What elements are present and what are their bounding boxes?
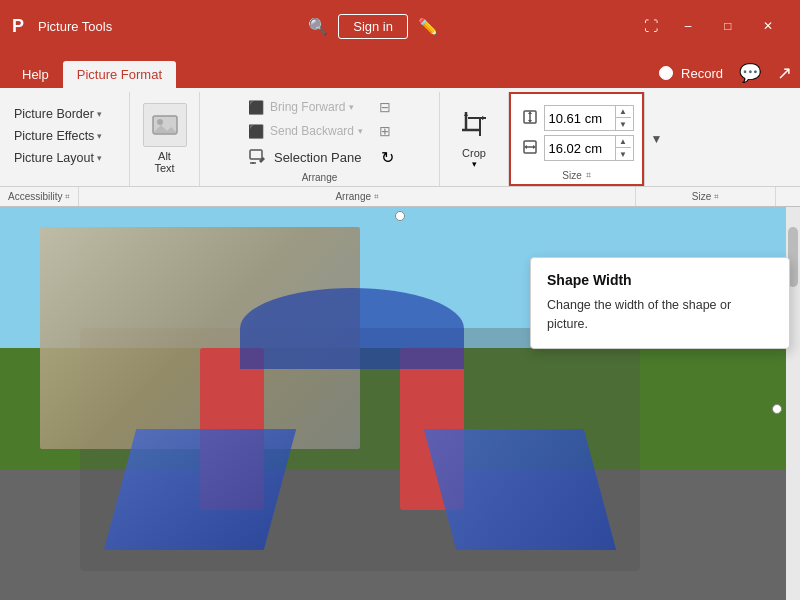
sign-in-button[interactable]: Sign in (338, 14, 408, 39)
picture-border-caret: ▾ (97, 109, 102, 119)
svg-rect-3 (250, 150, 262, 159)
ribbon-content: Picture Border ▾ Picture Effects ▾ Pictu… (0, 88, 800, 187)
picture-layout-caret: ▾ (97, 153, 102, 163)
maximize-button[interactable]: □ (708, 0, 748, 52)
canvas-area: Shape Width Change the width of the shap… (0, 207, 800, 600)
fullscreen-icon[interactable]: ⛶ (634, 18, 668, 34)
selection-pane-label: Selection Pane (274, 150, 361, 165)
accessibility-label-item: Accessibility ⌗ (0, 187, 79, 206)
arrange-label-item: Arrange ⌗ (79, 187, 636, 206)
alt-text-label: AltText (154, 150, 174, 174)
app-title: Picture Tools (38, 19, 112, 34)
arrange-expand-icon[interactable]: ⌗ (374, 192, 379, 202)
tab-help[interactable]: Help (8, 61, 63, 88)
picture-effects-button[interactable]: Picture Effects ▾ (8, 126, 108, 146)
selection-pane-button[interactable]: Selection Pane (242, 144, 367, 170)
size-expand-label-icon[interactable]: ⌗ (714, 192, 719, 202)
window-controls: ⛶ – □ ✕ (634, 0, 788, 52)
tooltip-description: Change the width of the shape or picture… (547, 296, 773, 334)
picture-layout-button[interactable]: Picture Layout ▾ (8, 148, 108, 168)
svg-marker-10 (464, 112, 468, 116)
width-input[interactable] (545, 141, 615, 156)
bring-forward-button[interactable]: ⬛ Bring Forward ▾ (242, 97, 360, 118)
rotate-button[interactable]: ↻ (377, 147, 397, 167)
alt-text-group: AltText (130, 92, 200, 186)
alt-text-icon (143, 103, 187, 147)
width-icon (520, 139, 540, 158)
arrange-label: Arrange (335, 191, 371, 202)
svg-point-1 (157, 119, 163, 125)
app-icon: P (12, 16, 24, 37)
arrange-group: ⬛ Bring Forward ▾ ⊟ ⬛ Send Backward ▾ (200, 92, 440, 186)
accessibility-expand-icon[interactable]: ⌗ (65, 192, 70, 202)
selection-handle-right[interactable] (772, 404, 782, 414)
comment-icon[interactable]: 💬 (739, 62, 761, 84)
picture-effects-label: Picture Effects (14, 129, 94, 143)
width-spinners: ▲ ▼ (615, 135, 631, 161)
height-decrement-button[interactable]: ▼ (615, 118, 631, 131)
height-input-box[interactable]: ▲ ▼ (544, 105, 634, 131)
send-backward-button[interactable]: ⬛ Send Backward ▾ (242, 121, 369, 142)
selection-pane-icon (248, 148, 268, 166)
selection-pane-row: Selection Pane ↻ (242, 144, 397, 170)
ribbon-right: Record 💬 ↗ (659, 62, 792, 88)
size-expand-icon[interactable]: ⌗ (586, 170, 591, 181)
picture-border-button[interactable]: Picture Border ▾ (8, 104, 108, 124)
height-increment-button[interactable]: ▲ (615, 105, 631, 118)
send-backward-row: ⬛ Send Backward ▾ ⊞ (242, 120, 397, 142)
crop-caret: ▾ (472, 159, 477, 169)
height-icon (520, 109, 540, 128)
send-backward-label: Send Backward (270, 124, 354, 138)
size-label-item: Size ⌗ (636, 187, 776, 206)
bring-forward-label: Bring Forward (270, 100, 345, 114)
ribbon-tabs: Help Picture Format Record 💬 ↗ (0, 52, 800, 88)
width-input-row: ▲ ▼ (520, 135, 634, 161)
alt-text-button[interactable]: AltText (143, 103, 187, 174)
picture-effects-caret: ▾ (97, 131, 102, 141)
record-area: Record (659, 66, 723, 81)
pen-icon[interactable]: ✏️ (418, 17, 438, 36)
tab-picture-format[interactable]: Picture Format (63, 61, 176, 88)
bring-forward-icon: ⬛ (248, 100, 264, 115)
svg-marker-11 (482, 116, 486, 120)
minimize-button[interactable]: – (668, 0, 708, 52)
picture-border-label: Picture Border (14, 107, 94, 121)
send-backward-icon: ⬛ (248, 124, 264, 139)
align-button[interactable]: ⊟ (373, 96, 397, 118)
picture-cmds-group: Picture Border ▾ Picture Effects ▾ Pictu… (0, 92, 130, 186)
bring-forward-row: ⬛ Bring Forward ▾ ⊟ (242, 96, 397, 118)
height-spinners: ▲ ▼ (615, 105, 631, 131)
width-input-box[interactable]: ▲ ▼ (544, 135, 634, 161)
shape-width-tooltip: Shape Width Change the width of the shap… (530, 257, 790, 349)
more-ribbon-button[interactable]: ▼ (644, 92, 668, 186)
tooltip-title: Shape Width (547, 272, 773, 288)
record-dot (659, 66, 673, 80)
picture-layout-label: Picture Layout (14, 151, 94, 165)
group-button[interactable]: ⊞ (373, 120, 397, 142)
crop-icon (458, 108, 490, 145)
bring-forward-caret: ▾ (349, 102, 354, 112)
title-bar-center: 🔍 Sign in ✏️ (308, 14, 438, 39)
height-input[interactable] (545, 111, 615, 126)
crop-label: Crop (462, 147, 486, 159)
selection-handle-top[interactable] (395, 211, 405, 221)
size-group-label: Size ⌗ (562, 168, 590, 184)
record-label[interactable]: Record (681, 66, 723, 81)
crop-group: Crop ▾ (440, 92, 509, 186)
width-increment-button[interactable]: ▲ (615, 135, 631, 148)
title-bar: P Picture Tools 🔍 Sign in ✏️ ⛶ – □ ✕ (0, 0, 800, 52)
share-icon[interactable]: ↗ (777, 62, 792, 84)
ribbon-labels-row: Accessibility ⌗ Arrange ⌗ Size ⌗ (0, 187, 800, 207)
accessibility-label: Accessibility (8, 191, 62, 202)
group-icon: ⊞ (379, 123, 391, 139)
align-icon: ⊟ (379, 99, 391, 115)
size-label: Size (692, 191, 711, 202)
size-group: ▲ ▼ ▲ (509, 92, 644, 186)
arrange-group-label: Arrange (302, 170, 338, 186)
search-icon[interactable]: 🔍 (308, 17, 328, 36)
title-bar-left: P Picture Tools (12, 16, 112, 37)
width-decrement-button[interactable]: ▼ (615, 148, 631, 161)
crop-button[interactable]: Crop ▾ (450, 104, 498, 173)
close-button[interactable]: ✕ (748, 0, 788, 52)
send-backward-caret: ▾ (358, 126, 363, 136)
